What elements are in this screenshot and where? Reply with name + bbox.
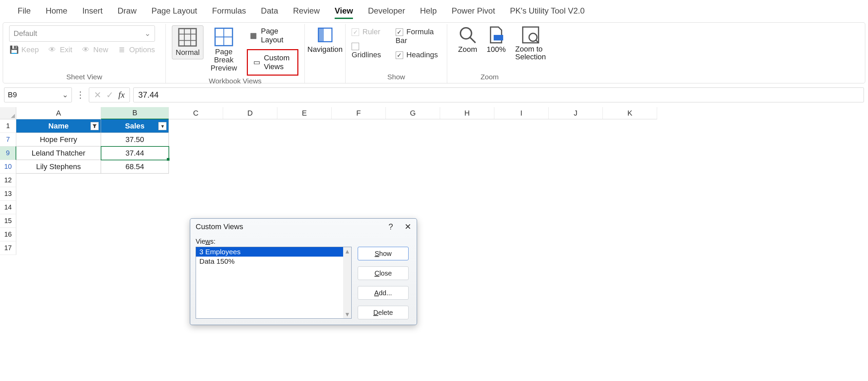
- checkbox-icon: [352, 43, 359, 50]
- col-header-B[interactable]: B: [101, 107, 169, 119]
- checkbox-icon: [352, 28, 359, 36]
- gridlines-checkbox[interactable]: Gridlines: [352, 42, 387, 59]
- scroll-down-icon[interactable]: ▾: [346, 310, 349, 318]
- worksheet: A B C D E F G H I J K 1 Name Sales ▾ 7 H…: [0, 107, 868, 255]
- list-item[interactable]: 3 Employees: [196, 247, 351, 257]
- formula-value: 37.44: [138, 90, 159, 100]
- filter-applied-icon[interactable]: [91, 122, 99, 130]
- formula-bar-checkbox[interactable]: Formula Bar: [396, 27, 441, 45]
- checkbox-icon: [396, 52, 403, 59]
- page-layout-button[interactable]: ▦ Page Layout: [247, 25, 298, 46]
- group-label-sheet-view: Sheet View: [9, 72, 159, 81]
- table-row: 1 Name Sales ▾: [0, 119, 868, 133]
- col-header-G[interactable]: G: [386, 107, 440, 119]
- zoom-selection-icon: [521, 25, 540, 44]
- row-header[interactable]: 13: [0, 187, 16, 201]
- header-cell-name[interactable]: Name: [16, 119, 101, 133]
- scroll-up-icon[interactable]: ▴: [346, 247, 349, 255]
- dialog-title: Custom Views: [196, 222, 243, 231]
- svg-rect-12: [494, 35, 503, 40]
- close-icon[interactable]: ✕: [405, 222, 411, 232]
- col-header-D[interactable]: D: [223, 107, 277, 119]
- headings-checkbox[interactable]: Headings: [396, 51, 441, 59]
- delete-button[interactable]: Delete: [358, 306, 409, 319]
- tab-view[interactable]: View: [335, 6, 353, 19]
- col-header-I[interactable]: I: [494, 107, 549, 119]
- custom-views-dialog: Custom Views ? ✕ Views: 3 Employees Data…: [190, 218, 417, 325]
- list-item[interactable]: Data 150%: [196, 257, 351, 266]
- help-icon[interactable]: ?: [389, 222, 393, 232]
- col-header-H[interactable]: H: [440, 107, 494, 119]
- add-button[interactable]: Add...: [358, 286, 409, 300]
- tab-developer[interactable]: Developer: [368, 6, 405, 19]
- sheet-view-dropdown[interactable]: Default ⌄: [9, 25, 155, 42]
- group-workbook-views: Normal Page Break Preview ▦ Page Layout …: [166, 24, 305, 83]
- tab-formulas[interactable]: Formulas: [212, 6, 246, 19]
- zoom-button[interactable]: Zoom: [453, 25, 482, 61]
- cell[interactable]: 68.54: [101, 160, 169, 174]
- cell[interactable]: Lily Stephens: [16, 160, 101, 174]
- row-header[interactable]: 7: [0, 133, 16, 146]
- svg-rect-0: [179, 28, 196, 46]
- cell[interactable]: Hope Ferry: [16, 133, 101, 146]
- custom-views-button[interactable]: ▭ Custom Views: [247, 49, 298, 76]
- zoom-icon: [458, 25, 477, 44]
- svg-rect-9: [318, 28, 324, 42]
- normal-view-button[interactable]: Normal: [172, 25, 203, 59]
- filter-dropdown-icon[interactable]: ▾: [158, 122, 166, 130]
- col-header-C[interactable]: C: [169, 107, 223, 119]
- tab-draw[interactable]: Draw: [118, 6, 137, 19]
- navigation-button[interactable]: Navigation: [311, 25, 339, 54]
- eye-new-icon: 👁: [81, 45, 91, 55]
- exit-button[interactable]: 👁Exit: [47, 45, 72, 55]
- svg-point-10: [460, 28, 472, 39]
- header-cell-sales[interactable]: Sales ▾: [101, 119, 169, 133]
- show-button[interactable]: Show: [358, 247, 409, 260]
- row-header[interactable]: 14: [0, 201, 16, 214]
- active-cell[interactable]: 37.44: [101, 146, 169, 160]
- tab-page-layout[interactable]: Page Layout: [152, 6, 197, 19]
- row-header[interactable]: 10: [0, 160, 16, 174]
- zoom-to-selection-button[interactable]: Zoom to Selection: [511, 25, 551, 61]
- tab-data[interactable]: Data: [261, 6, 278, 19]
- cancel-icon[interactable]: ✕: [94, 90, 101, 100]
- tab-review[interactable]: Review: [293, 6, 320, 19]
- select-all-corner[interactable]: [0, 107, 16, 119]
- cell[interactable]: Leland Thatcher: [16, 146, 101, 160]
- keep-button[interactable]: 💾Keep: [9, 45, 39, 55]
- cell[interactable]: 37.50: [101, 133, 169, 146]
- col-header-K[interactable]: K: [603, 107, 657, 119]
- row-header[interactable]: 1: [0, 119, 16, 133]
- zoom-100-button[interactable]: 100%: [482, 25, 510, 61]
- tab-home[interactable]: Home: [46, 6, 67, 19]
- col-header-A[interactable]: A: [16, 107, 101, 119]
- row-header[interactable]: 17: [0, 241, 16, 255]
- close-button[interactable]: Close: [358, 266, 409, 280]
- tab-power-pivot[interactable]: Power Pivot: [452, 6, 495, 19]
- row-header[interactable]: 15: [0, 214, 16, 228]
- zoom-100-icon: [487, 25, 506, 44]
- page-break-icon: [214, 27, 233, 46]
- enter-icon[interactable]: ✓: [106, 90, 114, 100]
- tab-insert[interactable]: Insert: [82, 6, 103, 19]
- views-listbox[interactable]: 3 Employees Data 150% ▴▾: [196, 247, 352, 319]
- col-header-J[interactable]: J: [549, 107, 603, 119]
- name-box[interactable]: B9 ⌄: [4, 87, 72, 102]
- tab-pk-utility[interactable]: PK's Utility Tool V2.0: [510, 6, 585, 19]
- page-break-preview-button[interactable]: Page Break Preview: [203, 25, 244, 75]
- name-box-value: B9: [8, 91, 17, 99]
- row-header[interactable]: 12: [0, 174, 16, 187]
- group-show: Ruler Gridlines Formula Bar Headings Sho…: [346, 24, 447, 83]
- new-button[interactable]: 👁New: [81, 45, 108, 55]
- row-header[interactable]: 9: [0, 146, 16, 160]
- row-header[interactable]: 16: [0, 228, 16, 241]
- formula-input[interactable]: 37.44: [133, 87, 864, 102]
- options-button[interactable]: ≣Options: [117, 45, 155, 55]
- scrollbar[interactable]: ▴▾: [343, 247, 351, 318]
- col-header-E[interactable]: E: [277, 107, 332, 119]
- col-header-F[interactable]: F: [332, 107, 386, 119]
- tab-help[interactable]: Help: [420, 6, 437, 19]
- tab-file[interactable]: File: [18, 6, 31, 19]
- fx-icon[interactable]: fx: [118, 90, 125, 100]
- table-row: 7 Hope Ferry 37.50: [0, 133, 868, 146]
